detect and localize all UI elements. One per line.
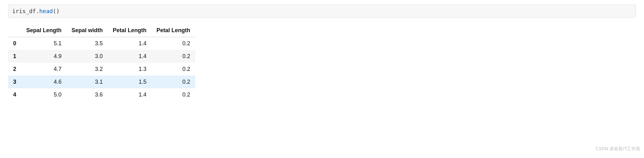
- code-method: head: [39, 8, 53, 14]
- row-index: 2: [8, 63, 21, 76]
- table-row: 14.93.01.40.2: [8, 50, 195, 63]
- dataframe-table: Sepal Length Sepal width Petal Length Pe…: [8, 24, 195, 101]
- code-close-paren: ): [56, 8, 60, 14]
- cell: 5.1: [21, 37, 67, 50]
- cell: 1.4: [108, 50, 151, 63]
- table-row: 24.73.21.30.2: [8, 63, 195, 76]
- row-index: 3: [8, 76, 21, 88]
- cell: 4.7: [21, 63, 67, 76]
- cell: 4.9: [21, 50, 67, 63]
- row-index: 1: [8, 50, 21, 63]
- cell: 0.2: [151, 88, 195, 101]
- table-row: 34.63.11.50.2: [8, 76, 195, 88]
- code-open-paren: (: [53, 8, 56, 14]
- cell: 3.6: [67, 88, 108, 101]
- table-row: 45.03.61.40.2: [8, 88, 195, 101]
- watermark-text: CSDN @老孤IT工作室: [596, 146, 640, 152]
- cell: 3.2: [67, 63, 108, 76]
- cell: 0.2: [151, 37, 195, 50]
- cell: 4.6: [21, 76, 67, 88]
- cell: 0.2: [151, 76, 195, 88]
- cell: 1.4: [108, 88, 151, 101]
- table-row: 05.13.51.40.2: [8, 37, 195, 50]
- cell: 0.2: [151, 63, 195, 76]
- cell: 1.4: [108, 37, 151, 50]
- cell: 0.2: [151, 50, 195, 63]
- header-row: Sepal Length Sepal width Petal Length Pe…: [8, 24, 195, 37]
- row-index: 4: [8, 88, 21, 101]
- cell: 1.5: [108, 76, 151, 88]
- code-cell: iris_df.head(): [8, 4, 636, 18]
- col-header: Sepal width: [67, 24, 108, 37]
- col-header: Petal Length: [151, 24, 195, 37]
- col-header: Petal Length: [108, 24, 151, 37]
- cell: 5.0: [21, 88, 67, 101]
- index-header: [8, 24, 21, 37]
- code-ident: iris_df: [12, 8, 36, 14]
- cell: 1.3: [108, 63, 151, 76]
- row-index: 0: [8, 37, 21, 50]
- code-dot: .: [36, 8, 39, 14]
- cell: 3.5: [67, 37, 108, 50]
- col-header: Sepal Length: [21, 24, 67, 37]
- cell: 3.0: [67, 50, 108, 63]
- cell: 3.1: [67, 76, 108, 88]
- dataframe-output: Sepal Length Sepal width Petal Length Pe…: [8, 24, 636, 101]
